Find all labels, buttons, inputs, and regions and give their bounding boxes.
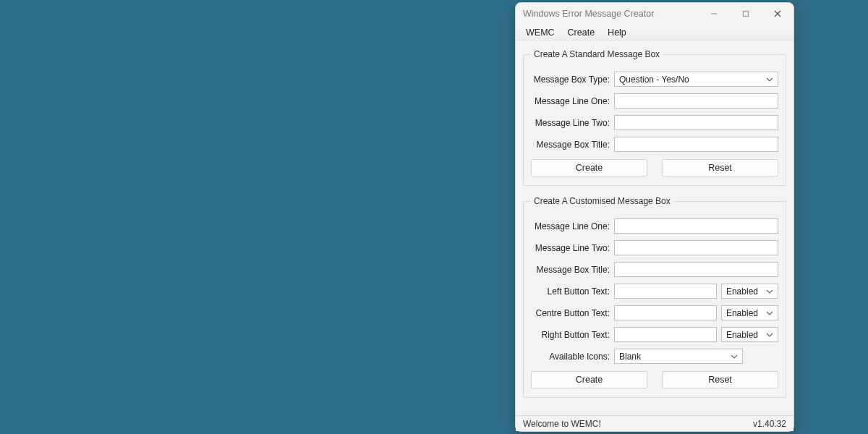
right-btn-text-input[interactable] bbox=[614, 327, 717, 342]
app-window: Windows Error Message Creator WEMC Creat… bbox=[515, 2, 794, 432]
label-msgbox-type: Message Box Type: bbox=[531, 75, 614, 85]
left-btn-text-input[interactable] bbox=[614, 284, 717, 299]
content: Create A Standard Message Box Message Bo… bbox=[516, 41, 793, 415]
menubar: WEMC Create Help bbox=[516, 25, 793, 41]
right-btn-state-select[interactable]: Enabled bbox=[721, 327, 778, 342]
left-btn-state-select[interactable]: Enabled bbox=[721, 284, 778, 299]
cus-create-button[interactable]: Create bbox=[531, 371, 647, 388]
custom-legend: Create A Customised Message Box bbox=[531, 196, 673, 206]
maximize-icon bbox=[742, 10, 749, 17]
minimize-icon bbox=[710, 10, 718, 17]
label-cus-title: Message Box Title: bbox=[531, 265, 614, 275]
centre-btn-text-input[interactable] bbox=[614, 305, 717, 320]
label-std-line1: Message Line One: bbox=[531, 96, 614, 106]
label-std-title: Message Box Title: bbox=[531, 140, 614, 150]
minimize-button[interactable] bbox=[698, 3, 730, 25]
close-button[interactable] bbox=[762, 3, 793, 25]
cus-title-input[interactable] bbox=[614, 262, 778, 277]
std-line1-input[interactable] bbox=[614, 93, 778, 109]
menu-create[interactable]: Create bbox=[568, 27, 595, 38]
svg-rect-0 bbox=[744, 12, 749, 17]
close-icon bbox=[774, 10, 781, 17]
centre-btn-state-select[interactable]: Enabled bbox=[721, 305, 778, 320]
label-left-btn: Left Button Text: bbox=[531, 286, 614, 297]
menu-wemc[interactable]: WEMC bbox=[526, 27, 555, 38]
window-title: Windows Error Message Creator bbox=[523, 9, 654, 19]
std-line2-input[interactable] bbox=[614, 115, 778, 130]
label-cus-line2: Message Line Two: bbox=[531, 243, 614, 253]
msgbox-type-select[interactable]: Question - Yes/No bbox=[614, 72, 778, 87]
status-text: Welcome to WEMC! bbox=[523, 419, 601, 429]
label-icons: Available Icons: bbox=[531, 352, 614, 362]
cus-line2-input[interactable] bbox=[614, 240, 778, 255]
version-label: v1.40.32 bbox=[753, 419, 786, 429]
custom-group: Create A Customised Message Box Message … bbox=[523, 196, 786, 398]
std-reset-button[interactable]: Reset bbox=[662, 159, 778, 176]
menu-help[interactable]: Help bbox=[608, 27, 626, 38]
std-title-input[interactable] bbox=[614, 137, 778, 152]
titlebar[interactable]: Windows Error Message Creator bbox=[516, 3, 793, 25]
std-create-button[interactable]: Create bbox=[531, 159, 647, 176]
label-centre-btn: Centre Button Text: bbox=[531, 308, 614, 318]
standard-legend: Create A Standard Message Box bbox=[531, 49, 663, 59]
standard-group: Create A Standard Message Box Message Bo… bbox=[523, 49, 786, 186]
cus-line1-input[interactable] bbox=[614, 218, 778, 234]
label-cus-line1: Message Line One: bbox=[531, 221, 614, 231]
statusbar: Welcome to WEMC! v1.40.32 bbox=[516, 415, 793, 431]
label-std-line2: Message Line Two: bbox=[531, 118, 614, 128]
icons-select[interactable]: Blank bbox=[614, 349, 743, 364]
maximize-button[interactable] bbox=[730, 3, 762, 25]
cus-reset-button[interactable]: Reset bbox=[662, 371, 778, 388]
label-right-btn: Right Button Text: bbox=[531, 330, 614, 340]
